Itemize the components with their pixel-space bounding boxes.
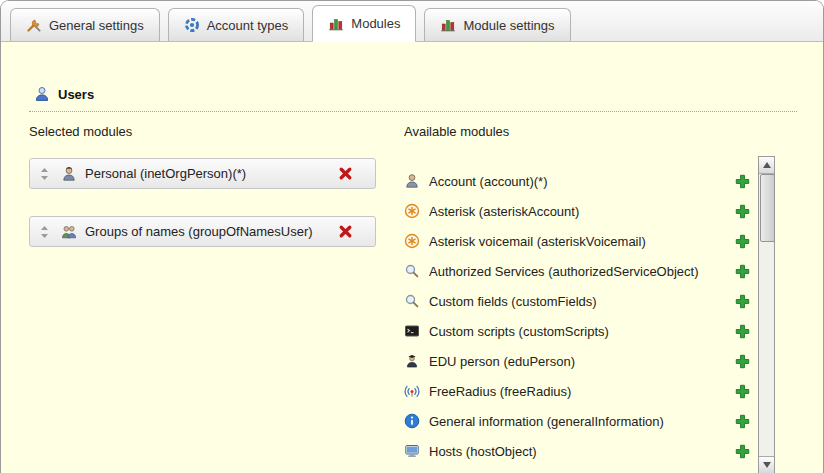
magnifier-icon: [404, 293, 420, 309]
asterisk-icon: [404, 233, 420, 249]
modules-icon: [440, 17, 456, 33]
add-module-button[interactable]: [735, 294, 750, 309]
tab-module-settings[interactable]: Module settings: [424, 8, 570, 41]
person-icon: [404, 173, 420, 189]
asterisk-icon: [404, 203, 420, 219]
remove-module-button[interactable]: [338, 166, 353, 181]
drag-handle-icon[interactable]: [40, 167, 49, 181]
available-module-row: Authorized Services (authorizedServiceOb…: [404, 256, 750, 286]
user-icon: [34, 86, 50, 102]
info-icon: [404, 413, 420, 429]
magnifier-icon: [404, 263, 420, 279]
antenna-icon: [404, 383, 420, 399]
terminal-icon: [404, 323, 420, 339]
tab-account-types[interactable]: Account types: [168, 8, 305, 41]
section-divider: [29, 111, 797, 112]
computer-icon: [404, 443, 420, 459]
available-module-name: Asterisk voicemail (asteriskVoicemail): [429, 234, 646, 249]
section-title: Users: [58, 87, 94, 102]
available-module-row: Account (account)(*): [404, 166, 750, 196]
modules-panel: Users Selected modules Available modules…: [1, 42, 823, 473]
scrollbar-thumb[interactable]: [760, 174, 775, 242]
available-module-row: General information (generalInformation): [404, 406, 750, 436]
available-modules-label: Available modules: [404, 124, 509, 139]
selected-modules-label: Selected modules: [29, 124, 132, 139]
add-module-button[interactable]: [735, 354, 750, 369]
graduate-icon: [404, 353, 420, 369]
lam-configuration-window: General settings Account types Modules: [0, 0, 824, 473]
available-module-row: EDU person (eduPerson): [404, 346, 750, 376]
available-module-name: Custom scripts (customScripts): [429, 324, 609, 339]
available-modules-scrollbar[interactable]: [758, 156, 775, 473]
selected-module-name: Groups of names (groupOfNamesUser): [85, 224, 338, 239]
modules-icon: [328, 16, 344, 32]
tab-bar: General settings Account types Modules: [1, 1, 823, 42]
available-module-name: Asterisk (asteriskAccount): [429, 204, 579, 219]
add-module-button[interactable]: [735, 234, 750, 249]
available-module-name: Hosts (hostObject): [429, 444, 537, 459]
available-module-row: Custom fields (customFields): [404, 286, 750, 316]
available-module-row: Asterisk (asteriskAccount): [404, 196, 750, 226]
selected-module-name: Personal (inetOrgPerson)(*): [85, 166, 338, 181]
tab-modules[interactable]: Modules: [312, 5, 416, 42]
add-module-button[interactable]: [735, 384, 750, 399]
available-module-row: FreeRadius (freeRadius): [404, 376, 750, 406]
tab-label: Account types: [207, 18, 289, 33]
selected-module-row: Personal (inetOrgPerson)(*): [29, 158, 376, 189]
available-modules-list: Account (account)(*) Asterisk: [404, 166, 750, 466]
add-module-button[interactable]: [735, 324, 750, 339]
person-icon: [61, 166, 77, 182]
add-module-button[interactable]: [735, 414, 750, 429]
available-module-name: Custom fields (customFields): [429, 294, 597, 309]
tab-label: Modules: [351, 16, 400, 31]
selected-module-row: Groups of names (groupOfNamesUser): [29, 216, 376, 247]
add-module-button[interactable]: [735, 204, 750, 219]
available-module-name: FreeRadius (freeRadius): [429, 384, 571, 399]
group-icon: [61, 224, 77, 240]
available-module-name: Account (account)(*): [429, 174, 548, 189]
available-module-row: Asterisk voicemail (asteriskVoicemail): [404, 226, 750, 256]
available-module-row: Custom scripts (customScripts): [404, 316, 750, 346]
available-module-name: General information (generalInformation): [429, 414, 664, 429]
available-module-name: EDU person (eduPerson): [429, 354, 575, 369]
drag-handle-icon[interactable]: [40, 225, 49, 239]
scroll-down-button[interactable]: [759, 456, 774, 473]
add-module-button[interactable]: [735, 444, 750, 459]
gear-icon: [184, 17, 200, 33]
remove-module-button[interactable]: [338, 224, 353, 239]
available-module-name: Authorized Services (authorizedServiceOb…: [429, 264, 699, 279]
add-module-button[interactable]: [735, 264, 750, 279]
users-section-heading: Users: [34, 86, 94, 102]
tools-icon: [26, 17, 42, 33]
tab-general-settings[interactable]: General settings: [10, 8, 160, 41]
tab-label: General settings: [49, 18, 144, 33]
add-module-button[interactable]: [735, 174, 750, 189]
available-module-row: Hosts (hostObject): [404, 436, 750, 466]
scroll-up-button[interactable]: [759, 157, 774, 174]
tab-label: Module settings: [463, 18, 554, 33]
